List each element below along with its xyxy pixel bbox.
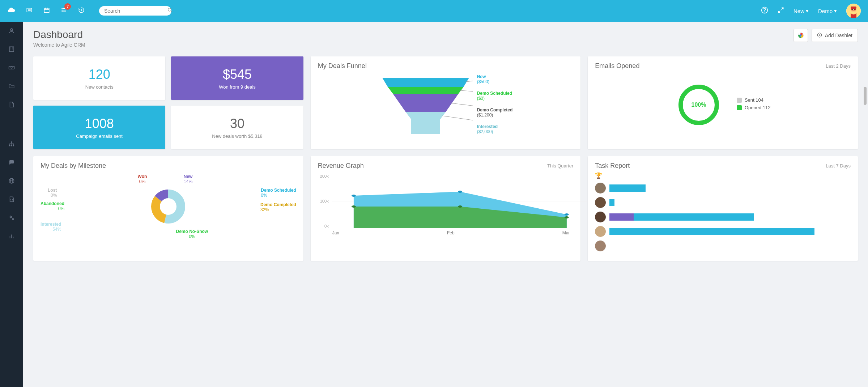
list-card-icon[interactable] [26,7,33,15]
svg-line-62 [442,116,473,120]
task-rows: 🏆 [595,172,851,251]
svg-line-60 [460,90,473,92]
svg-marker-54 [382,78,469,87]
svg-marker-57 [406,112,446,119]
svg-point-45 [12,218,14,220]
chat-icon[interactable] [8,159,15,167]
svg-point-11 [62,10,63,10]
page-subtitle: Welcome to Agile CRM [33,42,85,48]
svg-marker-55 [388,87,464,94]
history-icon[interactable] [78,7,85,15]
svg-line-14 [81,10,82,11]
search-icon[interactable] [167,8,173,14]
emails-legend: Sent:104 Opened:112 [737,97,771,112]
orgchart-icon[interactable] [8,141,15,149]
revenue-title: Revenue Graph [318,162,364,170]
card-task-report: Task Report Last 7 Days 🏆 [588,156,858,261]
globe-icon[interactable] [8,178,15,186]
svg-marker-58 [411,119,440,134]
chrome-ext-button[interactable] [793,29,808,42]
tasks-badge: 7 [64,3,71,10]
task-row [595,212,851,222]
calendar-icon[interactable] [43,7,50,15]
folder-icon[interactable] [8,83,15,91]
topbar-right: New ▾ Demo ▾ [761,4,861,18]
chevron-down-icon: ▾ [834,8,837,14]
sidebar [0,22,23,387]
tile-won-deals[interactable]: $545 Won from 9 deals [171,56,303,100]
task-row [595,226,851,237]
svg-text:100%: 100% [691,102,706,108]
company-icon[interactable] [8,46,15,54]
topbar: 7 New ▾ Demo ▾ [0,0,868,22]
svg-rect-3 [44,8,49,12]
milestone-title: My Deals by Milestone [41,162,106,170]
milestone-donut-chart [148,187,188,226]
money-icon[interactable] [8,64,15,73]
svg-rect-23 [851,7,856,9]
search-box[interactable] [99,6,171,16]
avatar [595,241,606,251]
page-title: Dashboard [33,29,85,41]
search-input[interactable] [104,8,167,14]
cloud-icon[interactable] [7,6,15,16]
svg-point-27 [10,29,13,31]
svg-point-36 [11,67,12,68]
svg-point-18 [765,12,765,12]
svg-point-40 [13,145,14,146]
svg-point-39 [11,145,12,146]
emails-range: Last 2 Days [826,63,851,69]
code-doc-icon[interactable] [8,196,15,204]
svg-point-73 [458,191,462,193]
barchart-icon[interactable] [8,233,15,241]
add-dashlet-button[interactable]: Add Dashlet [812,29,858,42]
tasks-icon[interactable]: 7 [61,7,67,15]
tasks-title: Task Report [595,162,630,170]
svg-point-37 [11,141,12,143]
svg-point-68 [161,199,175,214]
stat-tiles: 120 New contacts $545 Won from 9 deals 1… [33,56,303,149]
tile-emails-sent[interactable]: 1008 Campaign emails sent [33,106,165,149]
avatar [595,226,606,237]
svg-marker-56 [393,94,458,112]
svg-rect-35 [9,66,14,69]
avatar[interactable] [846,4,861,18]
new-dropdown[interactable]: New ▾ [793,8,809,14]
svg-line-20 [778,10,780,12]
svg-point-72 [352,195,356,197]
scrollbar[interactable] [864,87,867,105]
gears-icon[interactable] [8,214,15,223]
plus-icon [817,33,822,39]
help-icon[interactable] [761,7,768,16]
person-icon[interactable] [8,27,15,36]
card-milestone: My Deals by Milestone Won0% New14% Demo … [33,156,303,261]
svg-point-38 [9,145,10,146]
svg-point-76 [458,205,462,208]
tile-new-contacts[interactable]: 120 New contacts [33,56,165,100]
funnel-title: My Deals Funnel [318,62,367,70]
task-row [595,197,851,208]
topbar-left: 7 [7,6,85,16]
svg-point-15 [168,8,171,11]
svg-point-10 [62,8,63,9]
svg-line-19 [781,8,783,9]
avatar [595,212,606,222]
user-dropdown[interactable]: Demo ▾ [818,8,837,14]
task-row: 🏆 [595,172,851,179]
card-emails-opened: Emails Opened Last 2 Days 100% Sent:104 … [588,56,858,149]
svg-point-74 [565,213,569,216]
card-deals-funnel: My Deals Funnel New($500) [311,56,581,149]
emails-title: Emails Opened [595,62,639,70]
fullscreen-icon[interactable] [778,7,784,15]
revenue-range: This Quarter [547,163,573,169]
emails-donut-chart: 100% [675,81,722,128]
revenue-chart: 200k 100k 0k Jan [318,174,574,235]
svg-point-77 [565,216,569,218]
document-icon[interactable] [8,101,15,110]
svg-rect-28 [9,47,14,52]
card-revenue: Revenue Graph This Quarter 200k 100k 0k [311,156,581,261]
tile-new-deals[interactable]: 30 New deals worth $5,318 [171,106,303,149]
avatar [595,183,606,194]
funnel-chart [379,74,473,136]
funnel-labels: New($500) Demo Scheduled($0) Demo Comple… [477,74,513,134]
